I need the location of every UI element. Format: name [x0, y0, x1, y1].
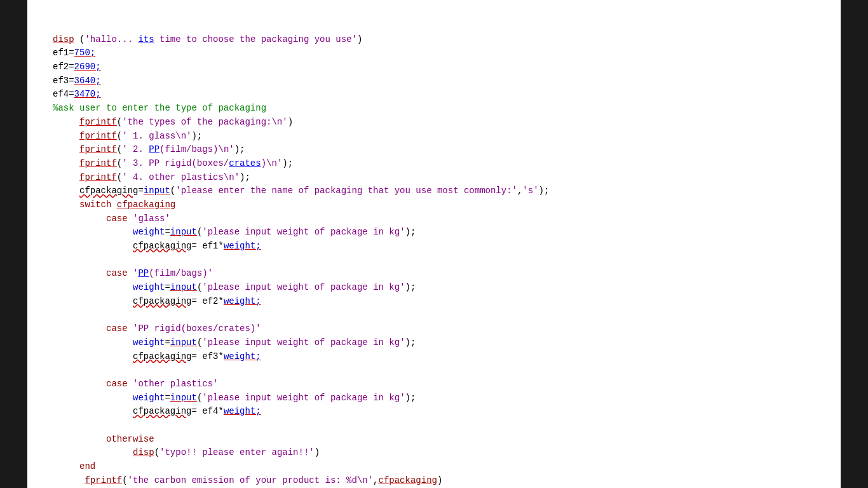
- code-area: disp ('hallo... its time to choose the p…: [27, 13, 841, 488]
- line-1: disp ('hallo... its time to choose the p…: [53, 34, 549, 488]
- editor-window: disp ('hallo... its time to choose the p…: [27, 0, 841, 488]
